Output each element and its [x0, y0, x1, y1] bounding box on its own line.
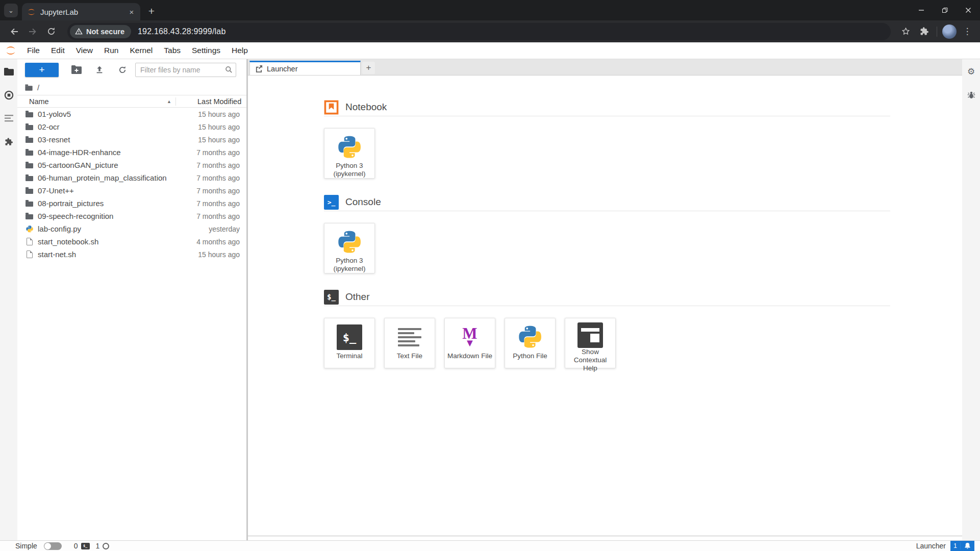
python-logo-icon [324, 129, 374, 162]
simple-mode-toggle[interactable] [44, 542, 62, 550]
folder-icon [25, 111, 34, 117]
new-tab-button[interactable]: + [144, 4, 159, 18]
launcher-card-python-file[interactable]: Python File [505, 318, 556, 368]
file-row[interactable]: 01-yolov5 15 hours ago [17, 108, 246, 120]
property-inspector-gears-icon[interactable]: ⚙ [966, 66, 976, 77]
folder-icon[interactable] [25, 86, 32, 91]
file-browser-tab-icon[interactable] [4, 66, 14, 77]
launcher-card-contextual-help[interactable]: Show Contextual Help [565, 318, 616, 368]
browser-menu-kebab-icon[interactable]: ⋮ [960, 24, 975, 39]
extensions-puzzle-icon[interactable] [916, 24, 932, 39]
file-modified: 7 months ago [196, 161, 240, 169]
window-minimize-button[interactable] [910, 0, 933, 20]
menu-edit[interactable]: Edit [45, 42, 70, 59]
card-label: Python 3 (ipykernel) [324, 162, 374, 178]
file-row[interactable]: 04-image-HDR-enhance 7 months ago [17, 146, 246, 159]
filter-files-input[interactable] [135, 63, 236, 77]
running-kernels-tab-icon[interactable] [4, 90, 14, 100]
simple-mode-label: Simple [15, 542, 37, 550]
file-row[interactable]: 07-Unet++ 7 months ago [17, 184, 246, 197]
file-row[interactable]: 06-human_protein_map_classification 7 mo… [17, 171, 246, 184]
menu-tabs[interactable]: Tabs [158, 42, 186, 59]
file-modified: 15 hours ago [198, 110, 240, 118]
folder-icon [25, 124, 34, 130]
filter-files-wrap [135, 63, 236, 77]
file-modified: 7 months ago [196, 212, 240, 220]
launcher-card-notebook-python3[interactable]: Python 3 (ipykernel) [324, 128, 375, 179]
file-name: 01-yolov5 [38, 110, 71, 118]
tab-launcher[interactable]: Launcher [249, 61, 361, 75]
section-notebook: Notebook Python 3 (ipykernel) [324, 99, 890, 179]
file-row[interactable]: lab-config.py yesterday [17, 222, 246, 235]
refresh-button[interactable] [117, 65, 128, 75]
file-name: 06-human_protein_map_classification [38, 173, 167, 182]
launcher-card-text-file[interactable]: Text File [384, 318, 435, 368]
file-modified: 7 months ago [196, 148, 240, 157]
terminal-status-icon[interactable]: $_ [81, 543, 90, 549]
bookmark-star-icon[interactable] [898, 24, 913, 39]
section-console: >_ Console Python 3 (ipykernel) [324, 194, 890, 273]
section-header: $_ Other [324, 289, 890, 305]
card-label: Terminal [324, 352, 374, 360]
tab-search-button[interactable]: ⌄ [4, 4, 18, 17]
file-row[interactable]: 03-resnet 15 hours ago [17, 133, 246, 146]
upload-button[interactable] [94, 65, 105, 75]
file-row[interactable]: 02-ocr 15 hours ago [17, 120, 246, 133]
window-restore-button[interactable] [933, 0, 957, 20]
terminal-icon: $_ [337, 324, 362, 350]
jupyterlab-menubar: File Edit View Run Kernel Tabs Settings … [0, 42, 980, 59]
browser-tab[interactable]: JupyterLab × [22, 3, 140, 20]
launcher-card-terminal[interactable]: $_ Terminal [324, 318, 375, 368]
file-icon [25, 238, 34, 245]
file-modified: 15 hours ago [198, 251, 240, 259]
menu-view[interactable]: View [70, 42, 98, 59]
tab-close-icon[interactable]: × [127, 7, 136, 16]
column-header-name[interactable]: Name ▲ [17, 97, 175, 106]
add-tab-button[interactable]: + [362, 62, 375, 74]
current-activity-label: Launcher [916, 542, 946, 550]
section-other: $_ Other $_ Terminal [324, 289, 890, 368]
menu-kernel[interactable]: Kernel [124, 42, 158, 59]
debugger-bug-icon[interactable] [966, 90, 976, 100]
card-label: Python 3 (ipykernel) [324, 257, 374, 273]
launcher-card-markdown-file[interactable]: M ▼ Markdown File [444, 318, 495, 368]
menu-help[interactable]: Help [226, 42, 254, 59]
window-close-button[interactable] [957, 0, 980, 20]
kernel-status-icon[interactable] [103, 543, 109, 549]
launcher-card-console-python3[interactable]: Python 3 (ipykernel) [324, 223, 375, 273]
notification-area[interactable]: 1 [950, 541, 974, 551]
url-text: 192.168.43.28:9999/lab [138, 27, 226, 36]
sort-ascending-icon: ▲ [167, 99, 171, 104]
file-modified: 7 months ago [196, 199, 240, 208]
card-row: $_ Terminal Text File [324, 318, 890, 368]
file-row[interactable]: start_notebook.sh 4 months ago [17, 235, 246, 248]
column-header-modified[interactable]: Last Modified [175, 97, 246, 106]
file-name: 04-image-HDR-enhance [38, 148, 121, 157]
extension-manager-tab-icon[interactable] [4, 137, 14, 147]
profile-avatar[interactable] [942, 24, 957, 39]
menu-settings[interactable]: Settings [186, 42, 226, 59]
forward-button[interactable] [25, 24, 40, 39]
menu-run[interactable]: Run [98, 42, 124, 59]
new-folder-button[interactable] [71, 65, 82, 75]
address-bar[interactable]: Not secure 192.168.43.28:9999/lab [67, 23, 891, 40]
menu-file[interactable]: File [21, 42, 45, 59]
security-chip[interactable]: Not secure [70, 25, 131, 38]
launcher-tab-label: Launcher [267, 65, 297, 73]
file-row[interactable]: 09-speech-recognition 7 months ago [17, 210, 246, 222]
file-row[interactable]: start-net.sh 15 hours ago [17, 248, 246, 261]
new-launcher-button[interactable]: + [25, 63, 59, 77]
python-logo-icon [505, 318, 555, 352]
breadcrumb-root[interactable]: / [37, 83, 39, 92]
file-row[interactable]: 08-portrait_pictures 7 months ago [17, 197, 246, 210]
back-button[interactable] [7, 24, 22, 39]
right-activity-bar: ⚙ [962, 59, 980, 540]
folder-icon [25, 137, 34, 143]
file-modified: 15 hours ago [198, 136, 240, 144]
reload-button[interactable] [43, 24, 59, 39]
table-of-contents-tab-icon[interactable] [4, 113, 14, 123]
file-row[interactable]: 05-cartoonGAN_picture 7 months ago [17, 159, 246, 171]
file-modified: 7 months ago [196, 187, 240, 195]
card-label: Show Contextual Help [565, 348, 615, 372]
file-name: start_notebook.sh [38, 237, 98, 246]
